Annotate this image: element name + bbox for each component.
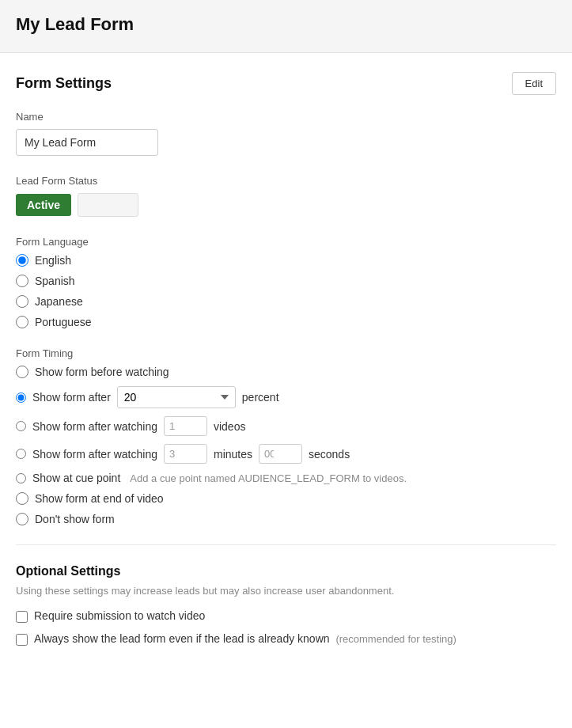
name-label: Name [16, 111, 556, 123]
timing-cue-point-label: Show at cue point [32, 472, 120, 484]
language-japanese-label: Japanese [35, 295, 83, 308]
timing-dont-show-label: Don't show form [35, 513, 115, 525]
timing-end-of-video[interactable]: Show form at end of video [16, 492, 556, 505]
section-divider [16, 544, 556, 545]
optional-settings-desc: Using these settings may increase leads … [16, 585, 556, 597]
page-title: My Lead Form [16, 14, 556, 35]
status-group: Lead Form Status Active [16, 175, 556, 217]
form-settings-title: Form Settings [16, 75, 112, 92]
language-portuguese[interactable]: Portuguese [16, 316, 556, 328]
optional-settings-group: Optional Settings Using these settings m… [16, 564, 556, 646]
optional-settings-title: Optional Settings [16, 564, 556, 578]
language-spanish-label: Spanish [35, 275, 75, 287]
seconds-spinner-wrapper [259, 444, 302, 464]
timing-label: Form Timing [16, 347, 556, 359]
language-portuguese-label: Portuguese [35, 316, 92, 328]
name-group: Name [16, 111, 556, 156]
language-spanish-radio[interactable] [16, 275, 28, 287]
minutes-number-input[interactable] [164, 444, 207, 464]
videos-spinner-wrapper [164, 416, 207, 436]
timing-after-percent-label: Show form after [32, 391, 111, 404]
minutes-spinner-wrapper [164, 444, 207, 464]
form-settings-header: Form Settings Edit [16, 72, 556, 95]
language-japanese-radio[interactable] [16, 295, 28, 308]
main-content: Form Settings Edit Name Lead Form Status… [0, 53, 572, 684]
timing-videos-suffix: videos [214, 420, 245, 433]
timing-after-videos-radio[interactable] [16, 421, 26, 431]
timing-end-of-video-radio[interactable] [16, 492, 28, 505]
cue-point-hint: Add a cue point named AUDIENCE_LEAD_FORM… [130, 472, 407, 484]
timing-minutes-suffix: minutes [214, 448, 252, 461]
timing-percent-suffix: percent [242, 391, 279, 404]
recommended-tag: (recommended for testing) [335, 633, 456, 645]
status-label: Lead Form Status [16, 175, 556, 187]
language-group: Form Language English Spanish Japanese P… [16, 236, 556, 328]
status-inactive-badge[interactable] [78, 193, 138, 217]
timing-before-label: Show form before watching [35, 366, 169, 378]
timing-seconds-suffix: seconds [309, 448, 350, 461]
edit-button[interactable]: Edit [512, 72, 556, 95]
timing-cue-point-radio[interactable] [16, 473, 26, 483]
status-active-badge[interactable]: Active [16, 194, 71, 216]
language-label: Form Language [16, 236, 556, 248]
timing-after-videos-label: Show form after watching [32, 420, 157, 433]
name-input[interactable] [16, 129, 158, 156]
page-header: My Lead Form [0, 0, 572, 53]
timing-group: Form Timing Show form before watching Sh… [16, 347, 556, 525]
language-japanese[interactable]: Japanese [16, 295, 556, 308]
timing-percent-select[interactable]: 10 20 30 40 50 60 70 80 90 [117, 386, 236, 408]
language-english-label: English [35, 254, 71, 267]
language-english[interactable]: English [16, 254, 556, 267]
timing-after-videos-row: Show form after watching videos [16, 416, 556, 436]
always-show-checkbox[interactable] [16, 634, 28, 646]
timing-after-time-radio[interactable] [16, 449, 26, 459]
always-show-item[interactable]: Always show the lead form even if the le… [16, 632, 556, 646]
timing-dont-show-radio[interactable] [16, 513, 28, 525]
language-spanish[interactable]: Spanish [16, 275, 556, 287]
optional-checkbox-group: Require submission to watch video Always… [16, 609, 556, 646]
require-submission-label: Require submission to watch video [34, 609, 205, 622]
require-submission-checkbox[interactable] [16, 611, 28, 623]
timing-end-of-video-label: Show form at end of video [35, 492, 164, 505]
timing-dont-show[interactable]: Don't show form [16, 513, 556, 525]
timing-after-time-row: Show form after watching minutes seconds [16, 444, 556, 464]
language-portuguese-radio[interactable] [16, 316, 28, 328]
timing-cue-point-row: Show at cue point Add a cue point named … [16, 472, 556, 484]
timing-after-time-label: Show form after watching [32, 448, 157, 461]
require-submission-item[interactable]: Require submission to watch video [16, 609, 556, 623]
timing-before-radio[interactable] [16, 366, 28, 378]
status-buttons: Active [16, 193, 556, 217]
language-radio-group: English Spanish Japanese Portuguese [16, 254, 556, 328]
timing-after-percent-radio[interactable] [16, 392, 26, 403]
seconds-number-input[interactable] [259, 444, 302, 464]
timing-before[interactable]: Show form before watching [16, 366, 556, 378]
always-show-label: Always show the lead form even if the le… [34, 632, 456, 645]
timing-after-percent-row: Show form after 10 20 30 40 50 60 70 80 … [16, 386, 556, 408]
language-english-radio[interactable] [16, 254, 28, 267]
videos-number-input[interactable] [164, 416, 207, 436]
timing-radio-group: Show form before watching Show form afte… [16, 366, 556, 525]
